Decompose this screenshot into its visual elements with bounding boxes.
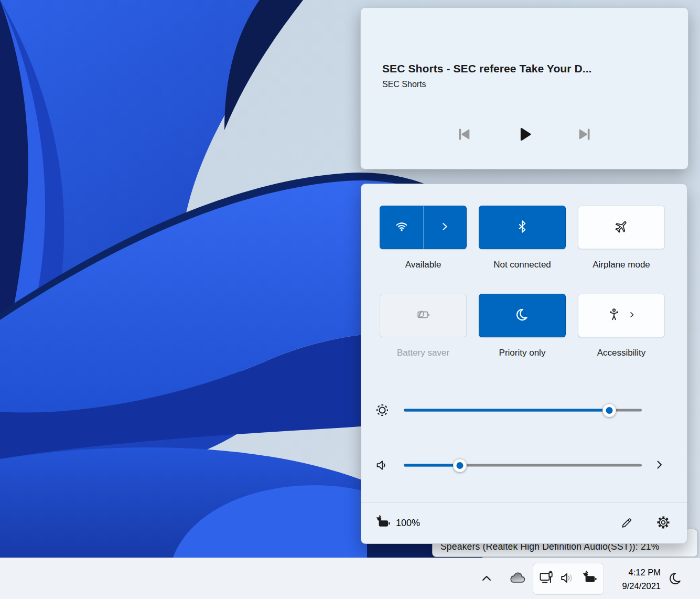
moon-icon — [514, 307, 530, 324]
volume-output-expand-button[interactable] — [649, 455, 669, 475]
brightness-fill — [404, 409, 609, 412]
battery-percentage: 100% — [396, 518, 420, 529]
toggle-cell-priority-only: Priority only — [479, 294, 566, 358]
battery-status-button[interactable]: 100% — [375, 514, 420, 533]
bluetooth-toggle[interactable] — [479, 206, 566, 249]
wifi-toggle-main[interactable] — [380, 206, 423, 249]
chevron-up-icon — [479, 571, 494, 588]
airplane-mode-toggle[interactable] — [578, 206, 665, 249]
taskbar-overflow-button[interactable] — [475, 568, 498, 591]
toggle-cell-bluetooth: Not connected — [479, 206, 566, 270]
taskbar-clock[interactable]: 4:12 PM 9/24/2021 — [603, 565, 661, 593]
toggle-cell-airplane: Airplane mode — [578, 206, 665, 270]
clock-date: 9/24/2021 — [622, 579, 661, 593]
wifi-label: Available — [405, 260, 441, 270]
wifi-icon — [394, 219, 410, 237]
onedrive-tray-button[interactable] — [505, 568, 529, 591]
media-subtitle: SEC Shorts — [382, 80, 672, 89]
airplane-mode-label: Airplane mode — [593, 260, 650, 270]
chevron-right-icon — [653, 458, 665, 473]
airplane-icon — [613, 219, 629, 236]
volume-slider[interactable] — [404, 464, 642, 467]
previous-track-icon — [455, 125, 472, 145]
battery-saver-icon — [415, 307, 431, 324]
accessibility-toggle[interactable] — [578, 294, 665, 337]
play-icon — [514, 124, 534, 146]
quick-toggles-grid: Available Not connected — [380, 206, 665, 358]
settings-button[interactable] — [653, 514, 673, 533]
cloud-icon — [508, 569, 526, 590]
gear-icon — [656, 515, 671, 531]
media-playback-card: SEC Shorts - SEC referee Take Your D... … — [360, 7, 688, 169]
focus-assist-button[interactable] — [664, 568, 687, 591]
previous-track-button[interactable] — [453, 124, 474, 145]
chevron-right-icon — [439, 221, 450, 234]
wifi-toggle[interactable] — [380, 206, 467, 249]
taskbar: 4:12 PM 9/24/2021 — [0, 558, 700, 599]
quick-settings-footer: 100% — [361, 502, 687, 543]
brightness-slider-row — [361, 396, 687, 424]
moon-icon — [667, 571, 683, 588]
monitor-usb-icon — [539, 570, 554, 587]
edit-quick-settings-button[interactable] — [617, 514, 637, 533]
speaker-waves-icon — [560, 570, 576, 587]
desktop: Speakers (Realtek High Definition Audio(… — [0, 0, 700, 599]
volume-slider-row — [361, 451, 687, 479]
priority-only-toggle[interactable] — [479, 294, 566, 337]
next-track-icon — [576, 125, 594, 145]
play-button[interactable] — [514, 124, 535, 145]
toggle-cell-battery-saver: Battery saver — [380, 294, 467, 358]
bluetooth-icon — [515, 219, 530, 236]
toggle-cell-accessibility: Accessibility — [578, 294, 665, 358]
bluetooth-label: Not connected — [493, 260, 551, 270]
next-track-button[interactable] — [575, 124, 596, 145]
battery-charging-icon — [375, 514, 392, 532]
clock-time: 4:12 PM — [629, 565, 661, 579]
priority-only-label: Priority only — [499, 348, 546, 358]
battery-charging-icon — [581, 570, 598, 588]
pencil-icon — [620, 516, 634, 531]
accessibility-icon — [607, 307, 621, 324]
wifi-expand-button[interactable] — [424, 206, 467, 249]
volume-thumb[interactable] — [453, 458, 467, 472]
brightness-thumb[interactable] — [602, 403, 616, 417]
speaker-icon — [373, 456, 392, 475]
volume-fill — [404, 464, 460, 467]
accessibility-label: Accessibility — [597, 348, 646, 358]
media-title: SEC Shorts - SEC referee Take Your D... — [382, 62, 672, 75]
chevron-right-icon — [628, 311, 636, 320]
battery-saver-label: Battery saver — [397, 348, 449, 358]
quick-settings-panel: Available Not connected — [361, 184, 687, 544]
system-tray-group[interactable] — [533, 563, 604, 595]
battery-saver-toggle[interactable] — [380, 294, 467, 337]
brightness-icon — [373, 401, 392, 420]
brightness-slider[interactable] — [404, 409, 642, 412]
media-controls — [361, 124, 688, 145]
toggle-cell-wifi: Available — [380, 206, 467, 270]
media-text-block: SEC Shorts - SEC referee Take Your D... … — [382, 62, 672, 89]
